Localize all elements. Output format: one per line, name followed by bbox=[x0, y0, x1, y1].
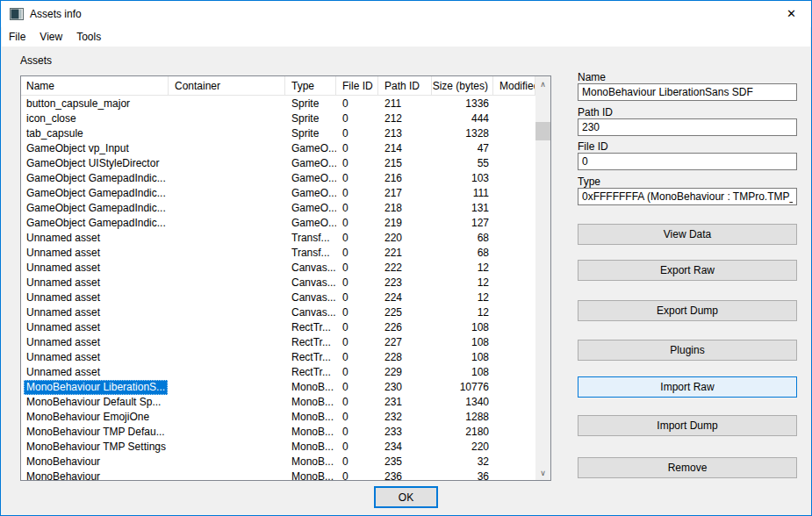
view-data-button[interactable]: View Data bbox=[578, 224, 797, 245]
column-header-container[interactable]: Container bbox=[169, 76, 285, 95]
table-row[interactable]: GameObject GamepadIndic...GameO...021711… bbox=[21, 186, 535, 201]
table-scrollbar[interactable]: ∧ ∨ bbox=[535, 76, 550, 480]
cell-modified bbox=[493, 410, 535, 425]
column-header-path-id[interactable]: Path ID bbox=[378, 76, 432, 95]
menu-item-tools[interactable]: Tools bbox=[69, 27, 108, 47]
cell-file-id: 0 bbox=[336, 335, 378, 350]
cell-name: Unnamed asset bbox=[21, 335, 169, 350]
table-row[interactable]: MonoBehaviour Default Sp...MonoB...02311… bbox=[21, 395, 535, 410]
cell-file-id: 0 bbox=[336, 111, 378, 126]
menu-item-file[interactable]: File bbox=[2, 27, 32, 47]
cell-modified bbox=[493, 126, 535, 141]
cell-file-id: 0 bbox=[336, 171, 378, 186]
cell-container bbox=[169, 111, 285, 126]
cell-path-id: 217 bbox=[378, 186, 432, 201]
cell-type: RectTr... bbox=[285, 320, 336, 335]
cell-modified bbox=[493, 320, 535, 335]
table-row[interactable]: Unnamed assetRectTr...0226108 bbox=[21, 320, 535, 335]
cell-modified bbox=[493, 201, 535, 216]
type-field[interactable] bbox=[578, 188, 797, 205]
column-header-file-id[interactable]: File ID bbox=[336, 76, 378, 95]
column-header-type[interactable]: Type bbox=[285, 76, 336, 95]
table-row[interactable]: GameObject GamepadIndic...GameO...021610… bbox=[21, 171, 535, 186]
cell-container bbox=[169, 186, 285, 201]
table-row[interactable]: Unnamed assetRectTr...0227108 bbox=[21, 335, 535, 350]
ok-button[interactable]: OK bbox=[374, 486, 438, 508]
cell-path-id: 213 bbox=[378, 126, 432, 141]
table-row[interactable]: Unnamed assetCanvas...022412 bbox=[21, 290, 535, 305]
table-row[interactable]: MonoBehaviour EmojiOneMonoB...02321288 bbox=[21, 410, 535, 425]
cell-name: Unnamed asset bbox=[21, 276, 169, 290]
column-header-modified[interactable]: Modified bbox=[493, 76, 535, 95]
table-row[interactable]: GameObject GamepadIndic...GameO...021912… bbox=[21, 216, 535, 231]
table-row[interactable]: Unnamed assetCanvas...022312 bbox=[21, 276, 535, 290]
cell-path-id: 218 bbox=[378, 201, 432, 216]
export-dump-button[interactable]: Export Dump bbox=[578, 300, 797, 321]
cell-name: GameObject GamepadIndic... bbox=[21, 186, 169, 201]
cell-name: icon_close bbox=[21, 111, 169, 126]
table-row[interactable]: Unnamed assetTransf...022068 bbox=[21, 231, 535, 246]
file-id-field-label: File ID bbox=[578, 140, 608, 153]
cell-file-id: 0 bbox=[336, 455, 378, 469]
menu-bar: FileViewTools bbox=[2, 27, 810, 47]
name-field[interactable] bbox=[578, 83, 797, 101]
table-row[interactable]: Unnamed assetRectTr...0228108 bbox=[21, 350, 535, 365]
cell-path-id: 211 bbox=[378, 97, 432, 111]
import-dump-button[interactable]: Import Dump bbox=[578, 415, 797, 436]
cell-modified bbox=[493, 290, 535, 305]
table-row[interactable]: GameObject vp_InputGameO...021447 bbox=[21, 141, 535, 156]
cell-path-id: 229 bbox=[378, 365, 432, 380]
cell-name: Unnamed asset bbox=[21, 350, 169, 365]
cell-file-id: 0 bbox=[336, 350, 378, 365]
cell-size: 111 bbox=[432, 186, 493, 201]
scroll-down-button[interactable]: ∨ bbox=[535, 465, 550, 480]
cell-container bbox=[169, 335, 285, 350]
table-row[interactable]: Unnamed assetCanvas...022212 bbox=[21, 261, 535, 276]
table-row[interactable]: GameObject UIStyleDirectorGameO...021555 bbox=[21, 156, 535, 171]
export-raw-button[interactable]: Export Raw bbox=[578, 260, 797, 281]
cell-type: MonoB... bbox=[285, 380, 336, 395]
table-row[interactable]: MonoBehaviourMonoB...023532 bbox=[21, 455, 535, 469]
cell-size: 1328 bbox=[432, 126, 493, 141]
scrollbar-thumb[interactable] bbox=[535, 122, 550, 140]
cell-name: Unnamed asset bbox=[21, 365, 169, 380]
table-row[interactable]: GameObject GamepadIndic...GameO...021813… bbox=[21, 201, 535, 216]
cell-modified bbox=[493, 186, 535, 201]
column-header-name[interactable]: Name bbox=[21, 76, 169, 95]
close-button[interactable]: ✕ bbox=[772, 1, 811, 26]
scroll-up-button[interactable]: ∧ bbox=[535, 76, 550, 91]
table-row[interactable]: Unnamed assetCanvas...022512 bbox=[21, 305, 535, 320]
remove-button[interactable]: Remove bbox=[578, 457, 797, 478]
table-row[interactable]: tab_capsuleSprite02131328 bbox=[21, 126, 535, 141]
column-header-size-bytes[interactable]: Size (bytes) bbox=[432, 76, 493, 95]
table-row[interactable]: Unnamed assetTransf...022168 bbox=[21, 246, 535, 261]
cell-file-id: 0 bbox=[336, 276, 378, 290]
cell-name: MonoBehaviour Default Sp... bbox=[21, 395, 169, 410]
import-raw-button[interactable]: Import Raw bbox=[578, 376, 797, 398]
cell-container bbox=[169, 141, 285, 156]
path-id-field[interactable] bbox=[578, 118, 797, 136]
cell-size: 108 bbox=[432, 335, 493, 350]
table-row[interactable]: MonoBehaviour LiberationS...MonoB...0230… bbox=[21, 380, 535, 395]
cell-path-id: 227 bbox=[378, 335, 432, 350]
plugins-button[interactable]: Plugins bbox=[578, 340, 797, 361]
table-row[interactable]: Unnamed assetRectTr...0229108 bbox=[21, 365, 535, 380]
cell-type: Canvas... bbox=[285, 305, 336, 320]
file-id-field[interactable] bbox=[578, 153, 797, 170]
menu-item-view[interactable]: View bbox=[32, 27, 69, 47]
cell-size: 108 bbox=[432, 365, 493, 380]
table-row[interactable]: MonoBehaviour TMP SettingsMonoB...023422… bbox=[21, 440, 535, 455]
cell-container bbox=[169, 126, 285, 141]
cell-path-id: 216 bbox=[378, 171, 432, 186]
table-row[interactable]: MonoBehaviour TMP Defau...MonoB...023321… bbox=[21, 425, 535, 440]
cell-size: 12 bbox=[432, 290, 493, 305]
cell-name: GameObject GamepadIndic... bbox=[21, 216, 169, 231]
cell-size: 1288 bbox=[432, 410, 493, 425]
cell-modified bbox=[493, 246, 535, 261]
chevron-down-icon: ∨ bbox=[540, 469, 546, 477]
table-row[interactable]: icon_closeSprite0212444 bbox=[21, 111, 535, 126]
table-row[interactable]: MonoBehaviourMonoB...023636 bbox=[21, 469, 535, 480]
cell-file-id: 0 bbox=[336, 440, 378, 455]
cell-size: 444 bbox=[432, 111, 493, 126]
table-row[interactable]: button_capsule_majorSprite02111336 bbox=[21, 97, 535, 111]
